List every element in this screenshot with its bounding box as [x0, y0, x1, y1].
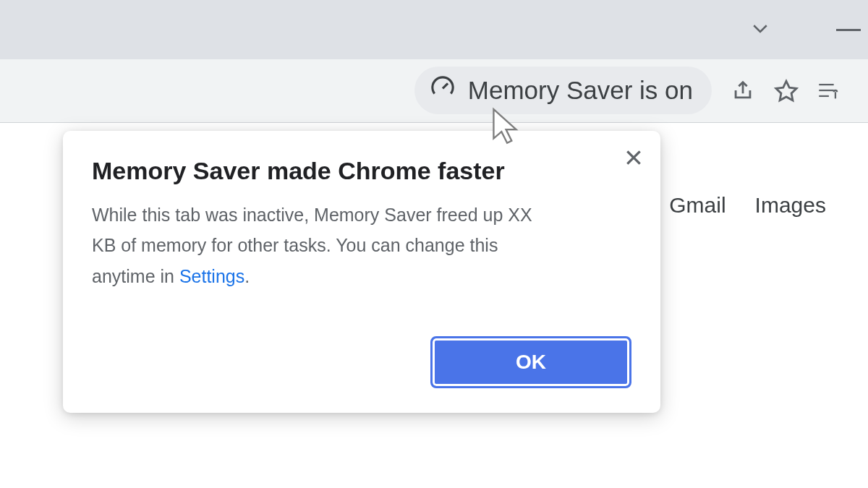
window-minimize-button[interactable]	[836, 29, 861, 31]
nav-link-gmail[interactable]: Gmail	[669, 193, 726, 218]
memory-saver-popover: Memory Saver made Chrome faster While th…	[63, 131, 660, 413]
ok-button[interactable]: OK	[430, 336, 631, 388]
chevron-down-icon[interactable]	[749, 17, 771, 42]
popover-title: Memory Saver made Chrome faster	[92, 155, 631, 187]
svg-marker-1	[776, 81, 796, 100]
browser-toolbar: Memory Saver is on	[0, 59, 868, 123]
share-icon[interactable]	[731, 78, 755, 103]
memory-saver-chip[interactable]: Memory Saver is on	[414, 67, 712, 114]
reading-list-icon[interactable]	[817, 78, 842, 103]
nav-link-images[interactable]: Images	[755, 193, 826, 218]
memory-saver-chip-label: Memory Saver is on	[468, 76, 693, 105]
bookmark-star-icon[interactable]	[774, 78, 799, 103]
close-icon[interactable]	[623, 147, 644, 168]
popover-body: While this tab was inactive, Memory Save…	[92, 200, 555, 292]
window-chrome-top	[0, 0, 868, 59]
popover-body-text-end: .	[244, 266, 250, 286]
speedometer-icon	[430, 75, 455, 106]
settings-link[interactable]: Settings	[179, 266, 244, 286]
popover-body-text: While this tab was inactive, Memory Save…	[92, 205, 532, 286]
svg-line-0	[443, 83, 448, 88]
